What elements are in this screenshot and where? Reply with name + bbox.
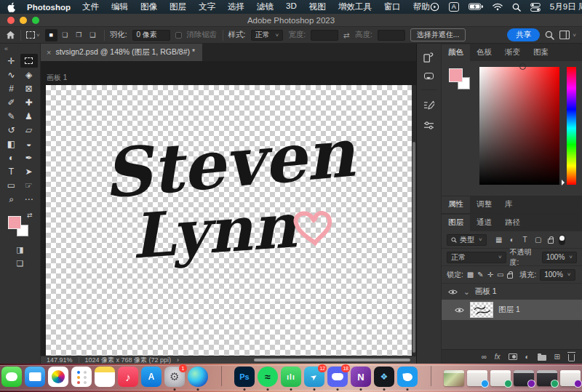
window-titlebar[interactable]: Adobe Photoshop 2023 (0, 14, 582, 27)
selection-mode-add[interactable]: ❏ (59, 29, 71, 41)
control-center-icon[interactable] (530, 3, 541, 12)
stats-app-icon[interactable]: ılı (281, 366, 301, 390)
workspace-switcher[interactable]: ˅ (559, 31, 576, 39)
music-icon[interactable]: ♪ (118, 366, 138, 390)
panel-tab[interactable]: 路径 (498, 215, 527, 231)
panel-tab[interactable]: 图层 (442, 215, 470, 231)
minimized-window-appstore[interactable] (467, 366, 487, 390)
history-brush-tool[interactable]: ↺ (3, 123, 20, 137)
foreground-color-swatch[interactable] (8, 216, 21, 229)
panel-tab[interactable]: 渐变 (498, 44, 527, 61)
mail-icon[interactable] (25, 366, 45, 390)
panel-tab[interactable]: 颜色 (442, 44, 470, 61)
blur-tool[interactable]: ◒ (20, 137, 38, 151)
artboard-expand-chevron[interactable]: ⌄ (463, 287, 470, 296)
messages-icon[interactable] (1, 366, 22, 390)
panel-tab[interactable]: 库 (498, 196, 519, 213)
feather-input[interactable]: 0 像素 (132, 30, 170, 41)
add-mask-icon[interactable] (509, 353, 517, 360)
discord-icon[interactable]: 18 (327, 366, 348, 390)
minimized-dark-window-purple[interactable] (514, 366, 534, 390)
apple-menu-icon[interactable] (7, 2, 17, 12)
minimized-window-purple[interactable] (560, 366, 581, 390)
minimized-window-excel[interactable] (490, 366, 511, 390)
appstore-icon[interactable]: A (141, 366, 162, 390)
menu-item[interactable]: 滤镜 (257, 1, 274, 12)
object-selection-tool[interactable]: ◈ (20, 68, 38, 81)
lock-all-icon[interactable] (507, 273, 513, 279)
hand-tool[interactable]: ☞ (20, 178, 38, 192)
selection-mode-intersect[interactable]: ❑ (87, 29, 99, 41)
marquee-tool-preset[interactable]: ˅ (26, 31, 40, 39)
menu-item[interactable]: 增效工具 (338, 1, 372, 12)
eraser-tool[interactable]: ▱ (20, 123, 38, 137)
menu-item[interactable]: 图层 (170, 1, 186, 12)
search-icon[interactable] (545, 31, 554, 40)
menu-item[interactable]: 视图 (309, 1, 326, 12)
panel-foreground-swatch[interactable] (449, 68, 463, 82)
panel-tab[interactable]: 调整 (470, 196, 498, 213)
panel-tab[interactable]: 属性 (442, 196, 470, 213)
new-layer-icon[interactable]: ⊞ (554, 353, 560, 361)
canvas[interactable]: Steven Lynn (46, 85, 412, 356)
minimized-photo-window[interactable] (444, 366, 464, 390)
lock-pixels-icon[interactable]: ✎ (477, 271, 483, 279)
eyedropper-tool[interactable]: ✐ (3, 95, 20, 109)
frame-tool[interactable]: ⊠ (20, 81, 38, 95)
color-picker-ring[interactable] (519, 63, 526, 70)
status-chevron-icon[interactable]: › (177, 356, 179, 364)
lasso-tool[interactable]: ∿ (3, 68, 20, 81)
layer-filter-toggle[interactable] (559, 235, 565, 245)
close-tab-icon[interactable]: × (47, 48, 51, 57)
hue-slider[interactable] (567, 67, 576, 185)
blend-mode-select[interactable]: 正常 ˅ (447, 252, 506, 263)
brush-tool[interactable]: ✎ (3, 109, 20, 123)
toolbar-collapse-icon[interactable]: « (0, 45, 40, 54)
menu-item[interactable]: 帮助 (413, 1, 430, 12)
layer-row-artboard[interactable]: ⌄ 画板 1 (442, 284, 582, 300)
layer-effects-icon[interactable]: fx (495, 353, 501, 361)
gradient-tool[interactable]: ◧ (3, 137, 20, 151)
lock-transparent-icon[interactable]: ▩ (467, 271, 474, 279)
minimized-dark-window-green[interactable] (537, 366, 557, 390)
filter-adjustment-layers-icon[interactable]: ◐ (506, 236, 518, 244)
style-select[interactable]: 正常 ˅ (251, 30, 284, 41)
comments-panel-icon[interactable] (424, 73, 434, 79)
layer-filter-select[interactable]: 类型 ˅ (447, 234, 487, 246)
horizontal-scrollbar[interactable] (254, 359, 410, 361)
panel-tab[interactable]: 通道 (470, 215, 498, 231)
lock-position-icon[interactable]: ✛ (487, 271, 493, 279)
panel-tab[interactable]: 色板 (470, 44, 498, 61)
clone-stamp-tool[interactable]: ♟ (20, 109, 38, 123)
layer-row-selected[interactable]: 图层 1 (442, 300, 582, 320)
dark-blue-app-icon[interactable]: ❖ (374, 366, 394, 390)
edge-icon[interactable] (188, 366, 208, 390)
opacity-select[interactable]: 100% ˅ (542, 252, 577, 263)
rectangle-tool[interactable]: ▭ (3, 178, 20, 192)
menu-item[interactable]: 图像 (140, 1, 157, 12)
move-tool[interactable]: ✛ (3, 54, 20, 68)
link-layers-icon[interactable]: ∞ (482, 353, 487, 361)
menu-item[interactable]: 3D (286, 1, 297, 12)
visibility-eye-icon[interactable] (447, 289, 458, 295)
app-menu[interactable]: Photoshop (27, 3, 71, 12)
menu-item[interactable]: 窗口 (384, 1, 401, 12)
brush-settings-panel-icon[interactable] (423, 100, 434, 111)
twitter-icon[interactable] (397, 366, 418, 390)
path-selection-tool[interactable]: ➤ (20, 164, 38, 178)
menu-clock[interactable]: 5月9日 周二 下午3:22 (550, 1, 582, 12)
zoom-level[interactable]: 147.91% (47, 356, 73, 364)
spotify-icon[interactable]: ≈ (258, 366, 278, 390)
crop-tool[interactable]: # (3, 81, 20, 95)
onenote-icon[interactable]: N (351, 366, 371, 390)
settings-icon[interactable]: ⚙ 1 (164, 366, 185, 390)
delete-layer-icon[interactable] (568, 354, 575, 361)
height-input[interactable] (378, 30, 405, 41)
zoom-tool[interactable]: ⌕ (3, 192, 20, 206)
layer-thumbnail[interactable] (470, 302, 493, 318)
new-group-icon[interactable] (538, 355, 546, 361)
dock-separator[interactable] (420, 366, 441, 390)
menu-item[interactable]: 选择 (228, 1, 244, 12)
swap-colors-icon[interactable]: ⇄ (27, 212, 33, 219)
share-button[interactable]: 共享 (507, 28, 540, 41)
